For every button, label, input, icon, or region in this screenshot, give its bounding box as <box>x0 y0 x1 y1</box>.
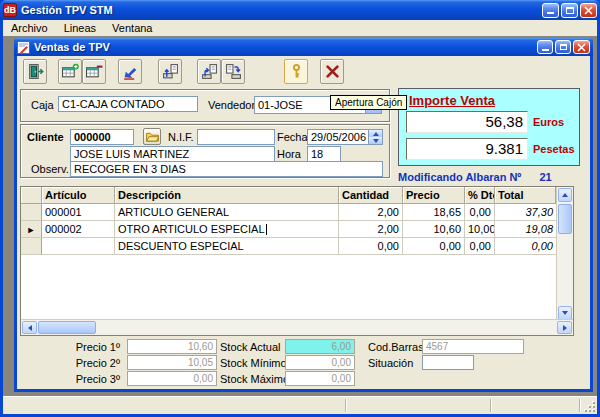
vertical-scrollbar[interactable] <box>556 187 573 321</box>
pesetas-label: Pesetas <box>533 143 575 155</box>
ventas-titlebar[interactable]: Ventas de TPV <box>14 38 593 56</box>
add-line-button[interactable] <box>58 59 82 84</box>
menubar: Archivo Lineas Ventana <box>3 20 597 36</box>
scroll-down-button[interactable] <box>558 306 572 320</box>
child-close-icon <box>577 43 586 52</box>
spinner-down-icon[interactable] <box>369 137 382 144</box>
table-row-current[interactable]: ► 000002 OTRO ARTICULO ESPECIAL 2,00 10,… <box>21 221 573 238</box>
grid-delete-row-icon <box>86 63 103 80</box>
close-button[interactable] <box>580 3 597 18</box>
statusbar-divider <box>579 399 580 412</box>
open-folder-icon <box>146 132 159 142</box>
hora-input[interactable]: 18 <box>307 146 341 162</box>
confirm-arrow-icon <box>122 63 139 80</box>
caja-label: Caja <box>31 99 54 111</box>
main-titlebar[interactable]: dB Gestión TPV STM <box>0 0 600 20</box>
resize-grip[interactable] <box>583 400 596 413</box>
precio3-label: Precio 3º <box>60 373 120 385</box>
doc-arrow-up-icon <box>201 63 218 80</box>
open-drawer-button[interactable] <box>284 59 308 84</box>
tooltip-apertura-cajon: Apertura Cajón <box>330 95 407 110</box>
stock-actual-input: 6,00 <box>285 339 355 354</box>
scroll-up-button[interactable] <box>558 188 572 202</box>
cliente-code-input[interactable]: 000000 <box>70 129 134 145</box>
statusbar-divider <box>345 399 346 412</box>
precio1-input: 10,60 <box>127 339 217 354</box>
fecha-value: 29/05/2006 <box>311 131 366 143</box>
key-icon <box>288 63 305 80</box>
menu-archivo[interactable]: Archivo <box>3 20 56 36</box>
child-minimize-icon <box>542 49 549 51</box>
fecha-input[interactable]: 29/05/2006 <box>307 129 383 145</box>
importe-title: Importe Venta <box>409 93 495 108</box>
nif-label: N.I.F. <box>168 131 194 143</box>
recover-button[interactable] <box>197 59 221 84</box>
pesetas-value: 9.381 <box>406 138 528 160</box>
nif-input[interactable] <box>197 129 275 145</box>
hora-label: Hora <box>277 148 301 160</box>
observ-label: Observ. <box>31 163 69 175</box>
child-close-button[interactable] <box>573 40 590 54</box>
mdi-workspace: Ventas de TPV <box>3 36 597 397</box>
menu-lineas[interactable]: Lineas <box>56 20 104 36</box>
exit-button[interactable] <box>23 59 47 84</box>
caja-input[interactable]: C1-CAJA CONTADO <box>58 96 198 112</box>
minimize-button[interactable] <box>542 3 559 18</box>
cancel-x-icon <box>324 63 341 80</box>
selector-header <box>21 187 42 204</box>
spinner-up-icon[interactable] <box>369 130 382 137</box>
maximize-button[interactable] <box>561 3 578 18</box>
situacion-input[interactable] <box>422 355 474 370</box>
child-maximize-button[interactable] <box>555 40 571 54</box>
horizontal-scrollbar[interactable] <box>21 319 573 335</box>
fecha-label: Fecha <box>277 131 308 143</box>
maximize-icon <box>566 7 574 14</box>
observ-input[interactable]: RECOGER EN 3 DIAS <box>70 161 383 177</box>
doc-arrow-down-icon <box>225 63 242 80</box>
close-icon <box>584 6 593 15</box>
cod-barras-input[interactable]: 4567 <box>422 339 524 354</box>
scroll-up-icon <box>562 193 568 197</box>
menu-ventana[interactable]: Ventana <box>104 20 160 36</box>
vendedor-value: 01-JOSE <box>258 99 303 111</box>
statusbar-divider <box>490 399 491 412</box>
vertical-scroll-thumb[interactable] <box>558 204 572 234</box>
cliente-lookup-button[interactable] <box>143 128 161 145</box>
fecha-spinner[interactable] <box>368 130 382 144</box>
stock-maximo-label: Stock Máximo <box>220 373 289 385</box>
table-row[interactable]: 000001 ARTICULO GENERAL 2,00 18,65 0,00 … <box>21 204 573 221</box>
confirm-button[interactable] <box>118 59 142 84</box>
precio2-input: 10,05 <box>127 355 217 370</box>
euros-label: Euros <box>533 116 564 128</box>
cliente-name-input[interactable]: JOSE LUIS MARTINEZ <box>70 146 275 162</box>
lines-grid: Artículo Descripción Cantidad Precio % D… <box>20 186 574 336</box>
current-row-marker-icon: ► <box>27 225 36 235</box>
doc-upload-icon <box>162 63 179 80</box>
stock-maximo-input: 0,00 <box>285 371 355 386</box>
child-minimize-button[interactable] <box>537 40 553 54</box>
col-descripcion[interactable]: Descripción <box>115 187 339 204</box>
col-dto[interactable]: % Dto <box>465 187 495 204</box>
delete-line-button[interactable] <box>82 59 106 84</box>
albaran-status-label: Modificando Albaran Nº <box>398 171 521 183</box>
save-button[interactable] <box>158 59 182 84</box>
statusbar <box>3 396 597 414</box>
scroll-left-button[interactable] <box>22 321 37 334</box>
situacion-label: Situación <box>368 357 413 369</box>
horizontal-scroll-thumb[interactable] <box>38 321 96 334</box>
stock-minimo-input: 0,00 <box>285 355 355 370</box>
forward-button[interactable] <box>221 59 245 84</box>
col-cantidad[interactable]: Cantidad <box>339 187 403 204</box>
cancel-button[interactable] <box>320 59 344 84</box>
col-total[interactable]: Total <box>495 187 556 204</box>
col-precio[interactable]: Precio <box>403 187 465 204</box>
ventas-body: Caja C1-CAJA CONTADO Vendedor 01-JOSE Cl… <box>17 56 590 389</box>
scroll-right-button[interactable] <box>557 321 572 334</box>
main-window-title: Gestión TPV STM <box>21 4 542 16</box>
text-caret <box>266 224 267 235</box>
table-row[interactable]: DESCUENTO ESPECIAL 0,00 0,00 0,00 0,00 <box>21 238 573 255</box>
albaran-number: 21 <box>539 171 551 183</box>
col-articulo[interactable]: Artículo <box>42 187 115 204</box>
cliente-groupbox: Cliente 000000 N.I.F. Fecha 29/05/2006 <box>20 124 390 178</box>
scroll-right-icon <box>563 325 567 331</box>
